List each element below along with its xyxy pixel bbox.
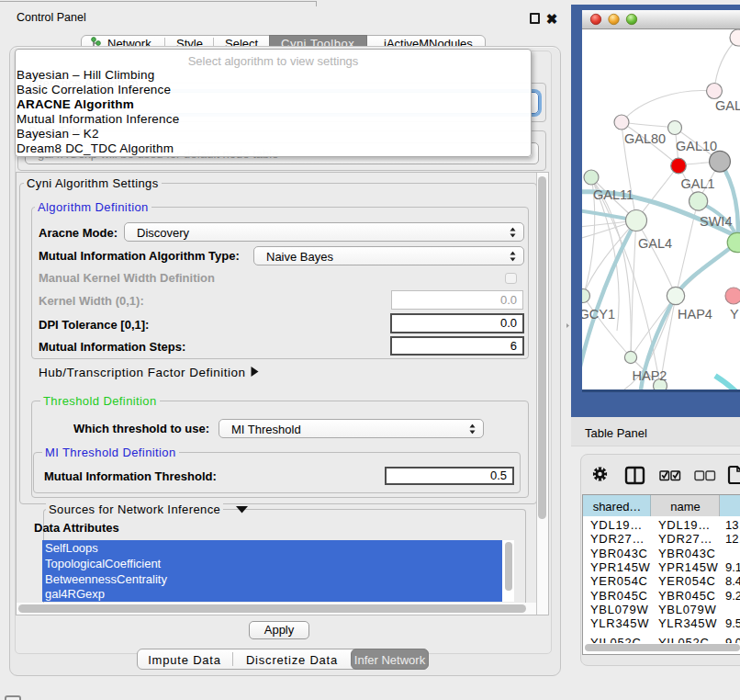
svg-text:HAP2: HAP2: [633, 368, 667, 383]
svg-text:GAL4: GAL4: [638, 236, 672, 251]
svg-text:SWI4: SWI4: [700, 214, 732, 229]
svg-text:Y: Y: [730, 307, 739, 322]
svg-text:GAL7: GAL7: [715, 98, 740, 113]
svg-text:GAL10: GAL10: [676, 139, 717, 153]
svg-text:GAL1: GAL1: [681, 176, 715, 191]
svg-text:GCY1: GCY1: [582, 307, 615, 322]
svg-text:GAL80: GAL80: [624, 131, 666, 146]
svg-text:GAL11: GAL11: [593, 187, 633, 202]
svg-text:HAP4: HAP4: [678, 307, 712, 322]
